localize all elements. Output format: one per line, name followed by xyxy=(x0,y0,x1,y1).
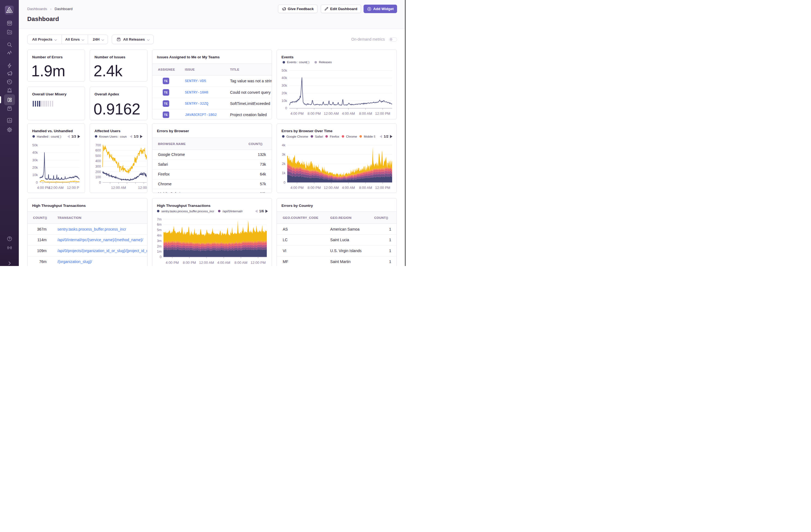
svg-text:12:00 AM: 12:00 AM xyxy=(324,186,339,190)
svg-text:2m: 2m xyxy=(157,244,161,248)
svg-text:0: 0 xyxy=(285,106,287,110)
svg-text:8:00 PM: 8:00 PM xyxy=(307,111,320,116)
svg-text:12:00 AM: 12:00 AM xyxy=(199,261,214,265)
svg-text:8:00 PM: 8:00 PM xyxy=(307,186,320,190)
svg-text:12:00 AM: 12:00 AM xyxy=(48,186,63,190)
svg-text:2k: 2k xyxy=(282,162,286,166)
svg-text:12:00 P: 12:00 P xyxy=(67,186,79,190)
svg-text:8:00 AM: 8:00 AM xyxy=(359,111,372,116)
svg-text:40k: 40k xyxy=(281,76,287,80)
svg-text:300: 300 xyxy=(95,165,101,168)
svg-text:4:00 AM: 4:00 AM xyxy=(342,186,355,190)
svg-text:4:00 PM: 4:00 PM xyxy=(166,261,179,265)
svg-text:4:00 PM: 4:00 PM xyxy=(291,186,304,190)
svg-text:12:00 P: 12:00 P xyxy=(138,186,148,190)
svg-text:0: 0 xyxy=(284,181,285,184)
svg-text:3m: 3m xyxy=(157,239,161,243)
svg-text:5m: 5m xyxy=(157,228,161,232)
svg-text:20k: 20k xyxy=(32,166,38,169)
svg-text:12:00 PM: 12:00 PM xyxy=(250,261,266,265)
svg-text:4k: 4k xyxy=(282,143,286,147)
svg-text:0: 0 xyxy=(160,255,162,259)
svg-text:10k: 10k xyxy=(281,99,287,103)
svg-text:4:00 AM: 4:00 AM xyxy=(217,261,230,265)
svg-text:7m: 7m xyxy=(157,217,161,221)
svg-text:4m: 4m xyxy=(157,233,161,238)
svg-text:20k: 20k xyxy=(281,91,287,95)
svg-text:50k: 50k xyxy=(281,69,287,73)
svg-text:12:00 AM: 12:00 AM xyxy=(111,186,126,190)
svg-text:6m: 6m xyxy=(157,223,161,227)
svg-text:700: 700 xyxy=(95,143,101,147)
svg-text:400: 400 xyxy=(95,159,101,163)
svg-text:8:00 AM: 8:00 AM xyxy=(359,186,372,190)
svg-text:1m: 1m xyxy=(157,250,161,254)
svg-text:0: 0 xyxy=(36,181,38,184)
svg-text:3k: 3k xyxy=(282,153,286,156)
svg-text:40k: 40k xyxy=(32,151,38,154)
svg-text:4:00 PM: 4:00 PM xyxy=(291,111,304,116)
svg-text:12:00 PM: 12:00 PM xyxy=(375,186,390,190)
svg-text:30k: 30k xyxy=(32,158,38,162)
svg-text:12:00 AM: 12:00 AM xyxy=(324,111,339,116)
svg-text:12:00 PM: 12:00 PM xyxy=(375,111,390,116)
svg-text:200: 200 xyxy=(95,170,101,174)
svg-text:8:00 AM: 8:00 AM xyxy=(234,261,247,265)
svg-text:10k: 10k xyxy=(32,173,38,177)
svg-text:600: 600 xyxy=(95,149,101,153)
svg-text:50k: 50k xyxy=(32,143,38,147)
svg-text:1k: 1k xyxy=(282,171,286,175)
svg-text:8:00 PM: 8:00 PM xyxy=(183,261,196,265)
svg-text:4:00 PM: 4:00 PM xyxy=(37,186,50,190)
svg-text:100: 100 xyxy=(95,175,101,179)
svg-text:0: 0 xyxy=(99,181,101,184)
svg-text:500: 500 xyxy=(95,154,101,158)
svg-text:30k: 30k xyxy=(281,84,287,88)
svg-text:4:00 AM: 4:00 AM xyxy=(342,111,355,116)
